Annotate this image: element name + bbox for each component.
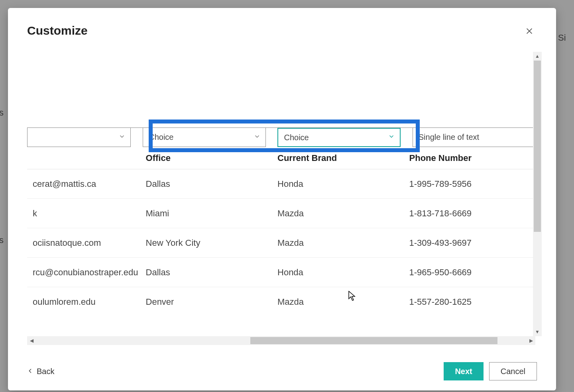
scroll-right-arrow-icon[interactable]: ▶: [527, 336, 535, 345]
gap: [401, 128, 413, 147]
background-text: s: [0, 108, 4, 118]
cell: 1-813-718-6669: [404, 208, 536, 219]
back-label: Back: [37, 367, 54, 376]
cell: Honda: [272, 179, 404, 189]
scroll-thumb[interactable]: [534, 61, 541, 232]
table-row[interactable]: rcu@conubianostraper.edu Dallas Honda 1-…: [27, 258, 535, 287]
cell: 1-309-493-9697: [404, 238, 536, 248]
modal-footer: Back Next Cancel: [8, 352, 556, 390]
scroll-down-arrow-icon[interactable]: ▼: [533, 327, 542, 336]
column-type-value: Choice: [149, 133, 173, 142]
cell: Miami: [140, 208, 272, 219]
table-row[interactable]: cerat@mattis.ca Dallas Honda 1-995-789-5…: [27, 169, 535, 199]
back-button[interactable]: Back: [27, 367, 54, 376]
chevron-down-icon: [118, 133, 126, 142]
cell: 1-965-950-6669: [404, 267, 536, 278]
column-header-office: Office: [140, 153, 272, 163]
background-text: Si: [558, 33, 566, 43]
column-header-phone-number: Phone Number: [404, 153, 536, 163]
scroll-area: Choice Choice Single line of text: [27, 44, 544, 352]
cell: 1-995-789-5956: [404, 179, 536, 189]
vertical-scrollbar[interactable]: ▲ ▼: [533, 52, 542, 336]
gap: [131, 128, 143, 147]
cell: New York City: [140, 238, 272, 248]
horizontal-scrollbar[interactable]: ◀ ▶: [27, 336, 535, 345]
column-header-current-brand: Current Brand: [272, 153, 404, 163]
column-type-value: Choice: [284, 133, 309, 142]
cell: Mazda: [272, 297, 404, 307]
background-text: s: [0, 235, 4, 245]
scroll-left-arrow-icon[interactable]: ◀: [27, 336, 36, 345]
modal-body: Choice Choice Single line of text: [8, 44, 556, 352]
scroll-up-arrow-icon[interactable]: ▲: [533, 52, 542, 61]
scroll-thumb[interactable]: [250, 337, 497, 344]
table-row[interactable]: ociisnatoque.com New York City Mazda 1-3…: [27, 228, 535, 258]
close-icon: [525, 25, 534, 38]
chevron-down-icon: [388, 133, 395, 142]
column-type-select-0[interactable]: [27, 128, 131, 147]
cell: Mazda: [272, 238, 404, 248]
column-header-row: Office Current Brand Phone Number: [27, 147, 535, 169]
cell: Mazda: [272, 208, 404, 219]
close-button[interactable]: [522, 24, 537, 40]
customize-modal: Customize Choice: [8, 8, 556, 390]
column-type-value: Single line of text: [419, 133, 479, 142]
next-button[interactable]: Next: [444, 362, 483, 380]
cell: ociisnatoque.com: [27, 238, 140, 248]
cell: Dallas: [140, 179, 272, 189]
table-row[interactable]: k Miami Mazda 1-813-718-6669: [27, 199, 535, 228]
column-type-select-current-brand[interactable]: Choice: [277, 128, 400, 147]
cancel-button[interactable]: Cancel: [489, 362, 537, 380]
modal-header: Customize: [8, 8, 556, 44]
cell: rcu@conubianostraper.edu: [27, 267, 140, 278]
table-row[interactable]: oulumlorem.edu Denver Mazda 1-557-280-16…: [27, 287, 535, 317]
gap: [266, 128, 278, 147]
cell: 1-557-280-1625: [404, 297, 536, 307]
cell: oulumlorem.edu: [27, 297, 140, 307]
modal-title: Customize: [27, 24, 88, 37]
column-type-select-phone[interactable]: Single line of text: [413, 128, 535, 147]
data-grid: Choice Choice Single line of text: [27, 127, 535, 336]
cell: cerat@mattis.ca: [27, 179, 140, 189]
cell: Denver: [140, 297, 272, 307]
cell: Honda: [272, 267, 404, 278]
chevron-left-icon: [27, 367, 33, 376]
cell: k: [27, 208, 140, 219]
chevron-down-icon: [254, 133, 261, 142]
data-rows: cerat@mattis.ca Dallas Honda 1-995-789-5…: [27, 169, 535, 317]
column-type-select-office[interactable]: Choice: [143, 128, 265, 147]
cell: Dallas: [140, 267, 272, 278]
column-type-row: Choice Choice Single line of text: [27, 128, 535, 147]
